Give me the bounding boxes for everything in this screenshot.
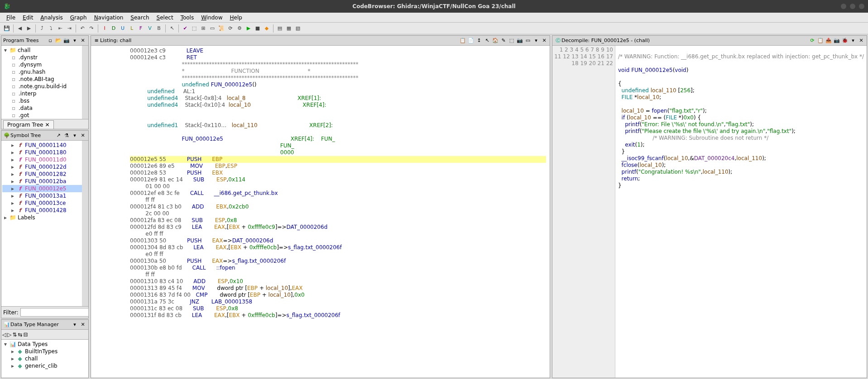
binary-icon[interactable]: ⬚ <box>190 24 198 33</box>
cursor-icon[interactable]: ↖ <box>168 24 176 33</box>
filter-types-icon[interactable]: ⇆ <box>18 332 23 338</box>
tree-item[interactable]: ▫.bss <box>2 97 87 104</box>
scrollbar[interactable] <box>82 46 88 119</box>
save-icon[interactable]: 💾 <box>3 24 11 33</box>
back-icon[interactable]: ◀ <box>16 24 24 33</box>
program-trees-body[interactable]: ▾📁chall▫.dynstr▫.dynsym▫.gnu.hash▫.note.… <box>1 46 88 119</box>
graph-icon[interactable]: ⊞ <box>199 24 207 33</box>
menu-icon[interactable]: ▾ <box>71 37 78 44</box>
tab-program-tree[interactable]: Program Tree ✕ <box>3 120 54 129</box>
menu-graph[interactable]: Graph <box>67 14 90 22</box>
symbol-function[interactable]: ▸fFUN_000012ba <box>2 178 87 185</box>
decompile-code[interactable]: /* WARNING: Function: __i686.get_pc_thun… <box>615 46 867 378</box>
tree-item[interactable]: ▫.dynsym <box>2 61 87 68</box>
nav-up-icon[interactable]: ⤴ <box>38 24 46 33</box>
menu-icon[interactable]: ▾ <box>532 37 540 44</box>
filter-input[interactable] <box>20 308 89 317</box>
letter-d-icon[interactable]: D <box>110 24 118 33</box>
listing-body[interactable]: 000012e3 c9 LEAVE 000012e4 c3 RET ******… <box>91 46 550 378</box>
symbol-tree-body[interactable]: ▸fFUN_00001140▸fFUN_00001180▸fFUN_000011… <box>1 141 88 306</box>
diff-icon[interactable]: ⬚ <box>508 37 515 44</box>
redo-icon[interactable]: ↷ <box>87 24 96 33</box>
close-button[interactable] <box>859 4 864 9</box>
letter-f-icon[interactable]: F <box>137 24 145 33</box>
tree-item[interactable]: ▫.gnu.hash <box>2 68 87 76</box>
symbol-function[interactable]: ▸fFUN_000013ce <box>2 199 87 207</box>
symbol-function[interactable]: ▸fFUN_00001282 <box>2 171 87 178</box>
check-icon[interactable]: ✔ <box>181 24 189 33</box>
close-panel-icon[interactable]: ✕ <box>79 37 86 44</box>
letter-v-icon[interactable]: V <box>146 24 154 33</box>
tree-item[interactable]: ▫.note.ABI-tag <box>2 76 87 83</box>
menu-search[interactable]: Search <box>128 14 152 22</box>
letter-l-icon[interactable]: L <box>128 24 136 33</box>
listing-content[interactable]: 000012e3 c9 LEAVE 000012e4 c3 RET ******… <box>126 46 550 378</box>
symbol-function[interactable]: ▸fFUN_000013a1 <box>2 192 87 199</box>
close-panel-icon[interactable]: ✕ <box>79 321 86 328</box>
menu-file[interactable]: File <box>4 14 18 22</box>
snapshot-icon[interactable]: 📷 <box>833 37 840 44</box>
copy-icon[interactable]: 📋 <box>817 37 824 44</box>
diamond-icon[interactable]: ◆ <box>263 24 271 33</box>
cursor-icon[interactable]: ↖ <box>484 37 491 44</box>
symbol-function[interactable]: ▸fFUN_000012e5 <box>2 185 87 192</box>
symbol-function[interactable]: ▸fFUN_00001180 <box>2 149 87 156</box>
export-icon[interactable]: 📤 <box>825 37 832 44</box>
tree-item[interactable]: ▫.dynstr <box>2 54 87 61</box>
menu-edit[interactable]: Edit <box>20 14 36 22</box>
home-icon[interactable]: 🏠 <box>492 37 499 44</box>
refresh-icon[interactable]: ⟳ <box>226 24 235 33</box>
filter-arrows-icon[interactable]: ⇅ <box>12 332 17 338</box>
undo-icon[interactable]: ↶ <box>78 24 86 33</box>
stop-icon[interactable]: ■ <box>254 24 262 33</box>
close-panel-icon[interactable]: ✕ <box>79 132 86 139</box>
dtm-item[interactable]: ▸◆chall <box>2 355 87 362</box>
bookmarks-icon[interactable]: ▤ <box>276 24 284 33</box>
menu-tools[interactable]: Tools <box>178 14 197 22</box>
refresh-icon[interactable]: ⟳ <box>809 37 816 44</box>
menu-navigation[interactable]: Navigation <box>91 14 126 22</box>
strings-icon[interactable]: ▧ <box>294 24 302 33</box>
tree-root[interactable]: ▾📁chall <box>2 47 87 54</box>
play-icon[interactable]: ▶ <box>245 24 253 33</box>
goto-icon[interactable]: ↗ <box>55 132 62 139</box>
nav-next-icon[interactable]: ⇥ <box>65 24 73 33</box>
fields-icon[interactable]: ▭ <box>524 37 532 44</box>
forward-icon[interactable]: ▷ <box>7 332 11 338</box>
minimize-button[interactable] <box>841 4 846 9</box>
dtm-root[interactable]: ▾📊Data Types <box>2 341 87 348</box>
edit-icon[interactable]: ✎ <box>500 37 507 44</box>
dtm-item[interactable]: ▸◆generic_clib <box>2 362 87 370</box>
menu-icon[interactable]: ▾ <box>71 132 78 139</box>
filter-icon[interactable]: ⚗ <box>63 132 70 139</box>
close-panel-icon[interactable]: ✕ <box>541 37 548 44</box>
script-icon[interactable]: 📜 <box>217 24 225 33</box>
nav-prev-icon[interactable]: ⇤ <box>56 24 64 33</box>
collapse-icon[interactable]: ⊟ <box>24 332 28 338</box>
dtm-body[interactable]: ▾📊Data Types▸◆BuiltInTypes▸◆chall▸◆gener… <box>1 340 88 378</box>
menu-select[interactable]: Select <box>154 14 176 22</box>
nav-icon[interactable]: ↕ <box>475 37 483 44</box>
letter-i-icon[interactable]: I <box>101 24 109 33</box>
nav-down-icon[interactable]: ⤵ <box>47 24 55 33</box>
menu-icon[interactable]: ▾ <box>71 321 78 328</box>
gear-icon[interactable]: ⚙ <box>235 24 244 33</box>
menu-help[interactable]: Help <box>227 14 245 22</box>
tree-item[interactable]: ▫.note.gnu.build-id <box>2 83 87 90</box>
tree-item[interactable]: ▫.got <box>2 112 87 119</box>
back-icon[interactable]: ◁ <box>2 332 6 338</box>
letter-b-icon[interactable]: B <box>155 24 163 33</box>
symbol-function[interactable]: ▸fFUN_00001428 <box>2 207 87 214</box>
menu-analysis[interactable]: Analysis <box>38 14 65 22</box>
decompile-body[interactable]: 1 2 3 4 5 6 7 8 9 10 11 12 13 14 15 16 1… <box>552 46 867 378</box>
symbol-function[interactable]: ▸fFUN_00001140 <box>2 142 87 149</box>
symbol-function[interactable]: ▸fFUN_0000122d <box>2 163 87 171</box>
paste-icon[interactable]: 📄 <box>467 37 475 44</box>
tree-item[interactable]: ▫.interp <box>2 90 87 97</box>
snapshot-icon[interactable]: 📷 <box>516 37 523 44</box>
debug-icon[interactable]: 🐞 <box>841 37 849 44</box>
forward-icon[interactable]: ▶ <box>25 24 33 33</box>
symbol-function[interactable]: ▸fFUN_000011d0 <box>2 156 87 163</box>
maximize-button[interactable] <box>850 4 855 9</box>
close-tab-icon[interactable]: ✕ <box>45 122 49 128</box>
